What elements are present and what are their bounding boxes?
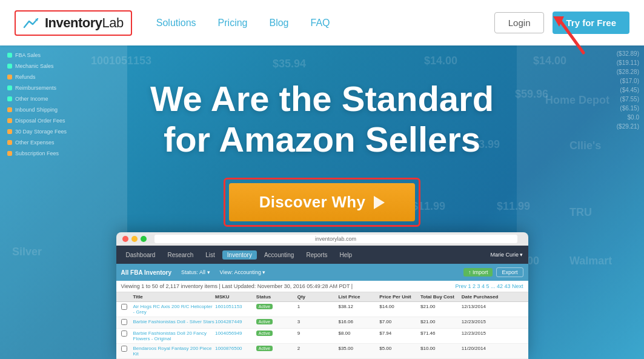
pagination: Prev 1 2 3 4 5 ... 42 43 Next bbox=[455, 283, 523, 289]
nav-pricing[interactable]: Pricing bbox=[218, 18, 248, 29]
nav-accounting[interactable]: Accounting bbox=[259, 250, 299, 260]
svg-line-1 bbox=[559, 19, 583, 53]
discover-wrapper: Discover Why bbox=[224, 178, 421, 227]
dash-toolbar: All FBA Inventory Status: All ▾ View: Ac… bbox=[116, 264, 528, 281]
minimize-dot bbox=[131, 236, 138, 242]
dash-nav: Dashboard Research List Inventory Accoun… bbox=[116, 246, 528, 264]
status-filter: Status: All ▾ bbox=[181, 269, 210, 275]
info-bar: Viewing 1 to 50 of 2,117 inventory items… bbox=[116, 281, 528, 292]
export-button[interactable]: Export bbox=[496, 267, 523, 277]
logo-box[interactable]: InventoryLab bbox=[15, 10, 132, 36]
nav-solutions[interactable]: Solutions bbox=[156, 18, 196, 29]
arrow-icon bbox=[541, 7, 596, 62]
bg-watermark-item: $35.94 bbox=[273, 58, 306, 70]
sidebar-item[interactable]: FBA Sales bbox=[5, 50, 122, 60]
table-row: Barbie Fashionistas Doll - Silver Stars … bbox=[116, 317, 528, 329]
dash-titlebar: inventorylab.com bbox=[116, 232, 528, 246]
table-row: Bendaroos Royal Fantasy 200 Piece Kit 10… bbox=[116, 344, 528, 359]
dash-table: Title MSKU Status Qty List Price Price P… bbox=[116, 292, 528, 359]
nav-research[interactable]: Research bbox=[162, 250, 198, 260]
nav-faq[interactable]: FAQ bbox=[311, 18, 330, 29]
logo-text: InventoryLab bbox=[45, 15, 124, 31]
sidebar-item[interactable]: Mechanic Sales bbox=[5, 61, 122, 71]
nav-help[interactable]: Help bbox=[334, 250, 357, 260]
bg-watermark-item: $14.00 bbox=[424, 55, 457, 67]
table-header: Title MSKU Status Qty List Price Price P… bbox=[116, 292, 528, 302]
table-rows: Air Hogs RC Axis 200 R/C Helicopter - Gr… bbox=[116, 302, 528, 359]
logo-icon bbox=[23, 16, 40, 30]
table-row: Air Hogs RC Axis 200 R/C Helicopter - Gr… bbox=[116, 302, 528, 317]
url-bar[interactable]: inventorylab.com bbox=[154, 235, 517, 243]
hero-title: We Are the Standard for Amazon Sellers bbox=[150, 79, 494, 159]
nav-reports[interactable]: Reports bbox=[301, 250, 332, 260]
import-button[interactable]: ↑ Import bbox=[463, 268, 493, 277]
dashboard-area: inventorylab.com Dashboard Research List… bbox=[116, 232, 528, 359]
view-filter: View: Accounting ▾ bbox=[220, 269, 266, 275]
close-dot bbox=[122, 236, 128, 242]
arrow-container bbox=[541, 7, 596, 64]
discover-button[interactable]: Discover Why bbox=[229, 183, 416, 221]
nav-blog[interactable]: Blog bbox=[269, 18, 288, 29]
login-button[interactable]: Login bbox=[494, 12, 545, 33]
nav-links: Solutions Pricing Blog FAQ bbox=[156, 18, 494, 29]
maximize-dot bbox=[141, 236, 147, 242]
nav-list[interactable]: List bbox=[201, 250, 220, 260]
play-icon bbox=[374, 196, 385, 209]
nav-dashboard[interactable]: Dashboard bbox=[121, 250, 161, 260]
toolbar-label: All FBA Inventory bbox=[121, 269, 172, 276]
table-row: Barbie Fashionistas Doll 20 Fancy Flower… bbox=[116, 329, 528, 344]
user-name: Marie Curie ▾ bbox=[490, 252, 523, 258]
nav-inventory[interactable]: Inventory bbox=[222, 250, 257, 260]
hero-content: We Are the Standard for Amazon Sellers D… bbox=[0, 79, 644, 227]
